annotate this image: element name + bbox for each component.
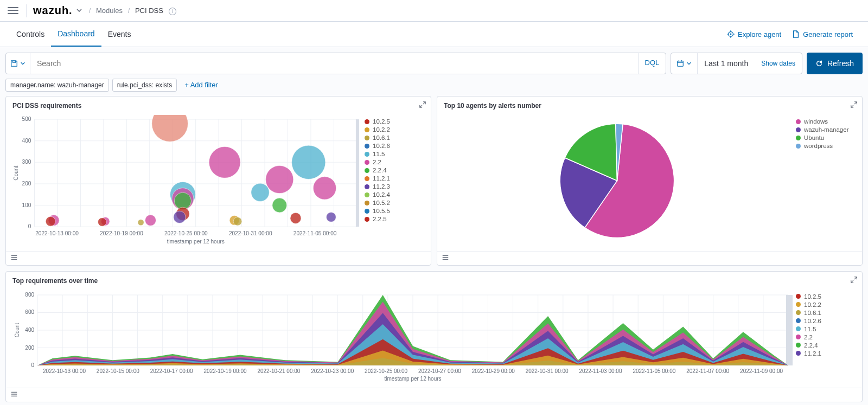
- refresh-button[interactable]: Refresh: [807, 53, 863, 74]
- legend-item[interactable]: 10.2.5: [796, 293, 852, 300]
- legend-item[interactable]: wazuh-manager: [796, 126, 852, 133]
- legend-item[interactable]: 10.2.5: [365, 118, 421, 125]
- legend-swatch: [796, 351, 801, 356]
- svg-text:100: 100: [22, 202, 31, 208]
- svg-point-49: [209, 146, 240, 178]
- filter-pill[interactable]: manager.name: wazuh-manager: [5, 79, 109, 92]
- calendar-icon: [676, 60, 684, 67]
- chevron-down-icon: [686, 61, 692, 66]
- svg-text:2022-10-25 00:00: 2022-10-25 00:00: [164, 230, 208, 236]
- chevron-down-icon[interactable]: [76, 7, 82, 15]
- brand-logo[interactable]: wazuh.: [33, 4, 73, 17]
- svg-text:0: 0: [31, 362, 34, 368]
- svg-text:200: 200: [25, 344, 34, 350]
- legend-item[interactable]: 10.2.2: [796, 301, 852, 308]
- search-container: DQL: [5, 53, 666, 74]
- svg-point-52: [251, 183, 269, 201]
- legend-item[interactable]: 11.5: [796, 326, 852, 332]
- legend-item[interactable]: 10.5.5: [365, 208, 421, 214]
- legend-item[interactable]: 10.6.1: [365, 134, 421, 141]
- legend-item[interactable]: Ubuntu: [796, 134, 852, 141]
- legend-label: 10.2.6: [804, 318, 821, 324]
- svg-point-46: [174, 192, 191, 209]
- legend: 10.2.510.2.210.6.110.2.611.52.22.2.411.2…: [361, 115, 426, 247]
- document-icon: [792, 30, 800, 38]
- legend-swatch: [796, 127, 801, 132]
- info-icon[interactable]: i: [169, 8, 176, 15]
- svg-text:200: 200: [22, 181, 31, 187]
- legend-item[interactable]: 10.2.6: [796, 318, 852, 324]
- legend-item[interactable]: 10.6.1: [796, 310, 852, 316]
- legend-label: 11.2.1: [804, 350, 821, 357]
- legend-item[interactable]: 2.2.5: [365, 216, 421, 222]
- legend-label: 10.2.6: [373, 143, 390, 149]
- legend-item[interactable]: windows: [796, 118, 852, 125]
- legend-item[interactable]: 10.2.4: [365, 191, 421, 198]
- show-dates-link[interactable]: Show dates: [755, 60, 802, 67]
- expand-icon[interactable]: [850, 276, 858, 285]
- legend-item[interactable]: 11.2.1: [796, 350, 852, 357]
- legend-label: 10.5.2: [373, 200, 390, 206]
- legend-swatch: [796, 144, 801, 149]
- legend-item[interactable]: 10.2.2: [365, 126, 421, 133]
- list-icon[interactable]: [10, 391, 18, 400]
- search-input[interactable]: [30, 53, 638, 74]
- legend-item[interactable]: 10.5.2: [365, 200, 421, 206]
- legend-swatch: [796, 326, 801, 331]
- filters-row: manager.name: wazuh-manager rule.pci_dss…: [0, 74, 868, 96]
- svg-point-57: [290, 213, 301, 223]
- svg-text:2022-10-19 00:00: 2022-10-19 00:00: [204, 368, 247, 374]
- svg-text:Count: Count: [14, 323, 20, 337]
- legend-swatch: [796, 294, 801, 299]
- legend-label: Ubuntu: [804, 134, 824, 141]
- tab-dashboard[interactable]: Dashboard: [51, 22, 101, 47]
- tab-controls[interactable]: Controls: [10, 22, 51, 46]
- svg-text:2022-11-05 00:00: 2022-11-05 00:00: [633, 368, 675, 374]
- legend-item[interactable]: wordpress: [796, 143, 852, 149]
- svg-text:2022-10-19 00:00: 2022-10-19 00:00: [100, 230, 143, 236]
- expand-icon[interactable]: [419, 101, 426, 110]
- menu-icon[interactable]: [7, 4, 20, 17]
- legend-item[interactable]: 11.2.1: [365, 175, 421, 182]
- legend-swatch: [796, 119, 801, 124]
- panel-title: PCI DSS requirements: [6, 97, 431, 115]
- svg-point-42: [145, 215, 156, 226]
- legend-swatch: [365, 136, 369, 140]
- svg-text:Count: Count: [13, 165, 19, 180]
- legend-label: wordpress: [804, 143, 833, 149]
- filter-pill[interactable]: rule.pci_dss: exists: [112, 79, 177, 92]
- expand-icon[interactable]: [850, 101, 858, 110]
- legend: windowswazuh-managerUbuntuwordpress: [793, 115, 858, 247]
- list-icon[interactable]: [10, 254, 18, 263]
- legend-item[interactable]: 11.5: [365, 151, 421, 157]
- list-icon[interactable]: [442, 254, 449, 263]
- svg-text:600: 600: [25, 309, 34, 315]
- target-icon: [727, 30, 735, 38]
- legend-item[interactable]: 10.2.6: [365, 143, 421, 149]
- tab-events[interactable]: Events: [101, 22, 138, 46]
- legend-item[interactable]: 2.2.4: [796, 342, 852, 349]
- breadcrumb-parent[interactable]: Modules: [96, 7, 123, 15]
- time-picker-row: Last 1 month Show dates Refresh: [671, 53, 863, 74]
- breadcrumb: / Modules / PCI DSS i: [86, 7, 176, 15]
- calendar-button[interactable]: [671, 53, 698, 74]
- legend-swatch: [365, 209, 369, 214]
- legend-item[interactable]: 2.2.4: [365, 167, 421, 173]
- svg-text:2022-10-23 00:00: 2022-10-23 00:00: [311, 368, 354, 374]
- legend-swatch: [365, 127, 369, 132]
- svg-point-51: [233, 217, 242, 226]
- add-filter-button[interactable]: + Add filter: [180, 79, 222, 92]
- saved-query-button[interactable]: [6, 53, 30, 74]
- svg-point-53: [266, 165, 293, 193]
- explore-agent-link[interactable]: Explore agent: [722, 30, 787, 38]
- date-range-label[interactable]: Last 1 month: [698, 59, 755, 68]
- chart-pie: windowswazuh-managerUbuntuwordpress: [437, 115, 862, 251]
- chart-area: 02004006008002022-10-13 00:002022-10-15 …: [6, 290, 862, 388]
- legend-item[interactable]: 2.2: [365, 159, 421, 165]
- dql-toggle[interactable]: DQL: [638, 53, 666, 74]
- legend-item[interactable]: 11.2.3: [365, 183, 421, 190]
- legend-item[interactable]: 2.2: [796, 334, 852, 340]
- legend-swatch: [365, 152, 369, 157]
- generate-report-link[interactable]: Generate report: [787, 30, 858, 38]
- legend-swatch: [365, 192, 369, 197]
